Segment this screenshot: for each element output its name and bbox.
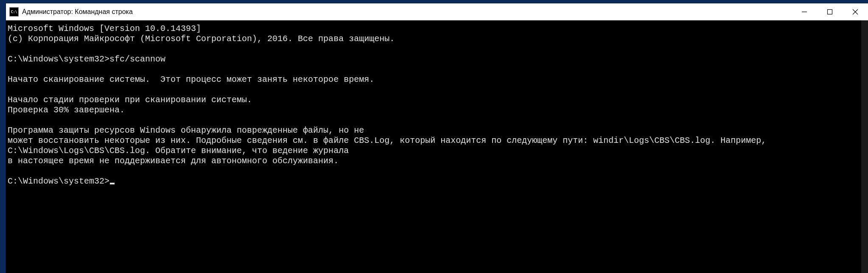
prompt: C:\Windows\system32> (8, 176, 109, 186)
minimize-button[interactable] (792, 3, 817, 20)
close-button[interactable] (843, 3, 868, 20)
output-line: в настоящее время не поддерживается для … (8, 156, 339, 166)
command-text: sfc/scannow (109, 54, 165, 64)
title-left: C:\ Администратор: Командная строка (6, 7, 133, 17)
output-line: Microsoft Windows [Version 10.0.14393] (8, 24, 201, 33)
output-line: Проверка 30% завершена. (8, 105, 125, 115)
minimize-icon (801, 9, 807, 15)
maximize-button[interactable] (817, 3, 843, 20)
prompt: C:\Windows\system32> (8, 54, 109, 64)
window-title: Администратор: Командная строка (22, 8, 133, 16)
svg-rect-1 (828, 10, 832, 14)
output-line: (с) Корпорация Майкрософт (Microsoft Cor… (8, 34, 395, 44)
vertical-scrollbar[interactable] (861, 20, 868, 273)
output-line: Начало стадии проверки при сканировании … (8, 95, 252, 105)
window-controls (792, 3, 868, 20)
output-line: может восстановить некоторые из них. Под… (8, 136, 766, 145)
cmd-app-icon: C:\ (9, 7, 19, 17)
output-line: C:\Windows\Logs\CBS\CBS.log. Обратите вн… (8, 146, 349, 156)
titlebar[interactable]: C:\ Администратор: Командная строка (6, 3, 868, 21)
close-icon (852, 9, 858, 15)
output-line: Программа защиты ресурсов Windows обнару… (8, 125, 364, 135)
command-prompt-window: C:\ Администратор: Командная строка Micr… (6, 3, 868, 273)
cursor (110, 183, 115, 184)
maximize-icon (827, 9, 833, 15)
terminal-output[interactable]: Microsoft Windows [Version 10.0.14393] (… (6, 20, 868, 273)
output-line: Начато сканирование системы. Этот процес… (8, 75, 374, 84)
